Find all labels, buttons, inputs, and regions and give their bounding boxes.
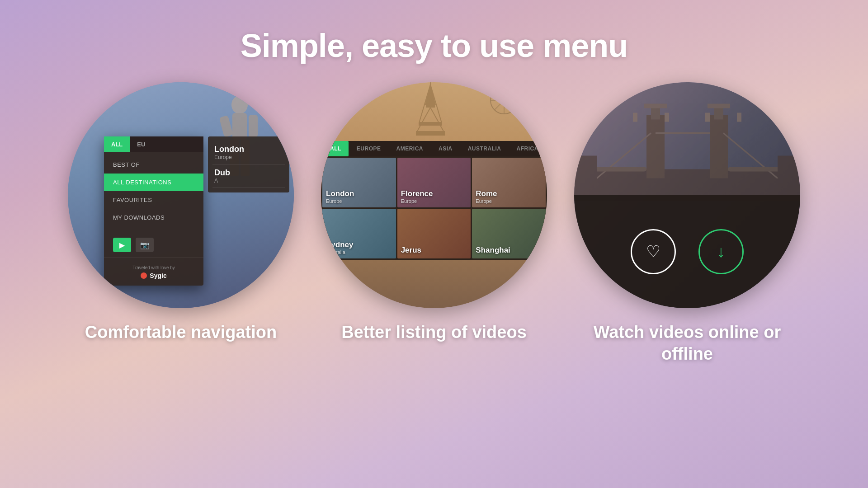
download-button[interactable]: ↓ [698,229,744,274]
navigation-section: ALL EU BEST OF ALL DESTINATIONS FAVOURIT… [68,82,294,343]
video-tab-australia[interactable]: AUSTRALIA [461,141,509,156]
camera-icon: 📷 [140,241,149,249]
video-tab-africa[interactable]: AFRICA [509,141,546,156]
watch-section: ♡ ↓ Watch videos online or offline [574,82,800,365]
listing-circle: ALL EUROPE AMERICA ASIA AUSTRALIA AFRICA… [321,82,547,308]
video-tab-asia[interactable]: ASIA [431,141,460,156]
video-card-london[interactable]: London Europe [322,158,396,207]
photo-filter-button[interactable]: 📷 [136,238,154,252]
svg-rect-11 [416,131,445,136]
svg-rect-35 [705,113,710,122]
menu-footer: Traveled with love by Sygic [104,258,203,286]
video-card-shanghai[interactable]: Shanghai [472,209,546,258]
video-card-florence[interactable]: Florence Europe [397,158,471,207]
destination-city-2: Dub [214,168,283,178]
video-filter-button[interactable]: ▶ [113,238,131,252]
video-grid: London Europe Florence Europe [321,156,547,260]
destination-region-1: Europe [214,154,283,160]
video-city-jerusalem: Jerus [401,246,421,255]
navigation-caption: Comfortable navigation [85,322,277,343]
menu-items-list: BEST OF ALL DESTINATIONS FAVOURITES MY D… [104,152,203,230]
video-icon: ▶ [119,241,125,249]
destination-dubai: Dub A [212,164,285,188]
menu-item-alldest[interactable]: ALL DESTINATIONS [104,174,203,191]
footer-tagline: Traveled with love by [113,265,194,270]
eiffel-tower-icon [412,82,448,141]
video-label-florence: Florence Europe [401,189,433,204]
sygic-brand-name: Sygic [150,272,166,279]
destination-region-2: A [214,178,283,184]
favourite-button[interactable]: ♡ [631,229,676,274]
video-region-rome: Europe [476,198,497,204]
action-panel: ♡ ↓ [574,195,800,308]
video-card-jerusalem[interactable]: Jerus [397,209,471,258]
video-tab-america[interactable]: AMERICA [389,141,431,156]
video-label-london: London Europe [326,189,354,204]
video-tab-europe[interactable]: EUROPE [349,141,388,156]
navigation-circle: ALL EU BEST OF ALL DESTINATIONS FAVOURIT… [68,82,294,308]
watch-caption: Watch videos online or offline [588,322,787,365]
video-card-sydney[interactable]: Sydney Australia [322,209,396,258]
svg-rect-21 [710,115,728,178]
video-city-shanghai: Shanghai [476,246,510,255]
video-label-sydney: Sydney Australia [326,240,353,255]
tower-bridge-icon [574,82,800,206]
svg-rect-31 [574,156,597,178]
svg-marker-10 [417,108,444,132]
sygic-logo: Sygic [113,272,194,279]
heart-icon: ♡ [646,242,660,261]
menu-item-bestof[interactable]: BEST OF [104,156,203,174]
video-city-sydney: Sydney [326,240,353,249]
svg-rect-24 [644,104,667,108]
video-region-london: Europe [326,198,354,204]
video-label-shanghai: Shanghai [476,246,510,255]
menu-tabs: ALL EU [104,136,203,152]
menu-tab-all[interactable]: ALL [104,136,130,152]
watch-circle: ♡ ↓ [574,82,800,308]
svg-marker-6 [425,84,436,105]
video-city-rome: Rome [476,189,497,198]
page-content: Simple, easy to use menu ALL [0,0,868,488]
circles-row: ALL EU BEST OF ALL DESTINATIONS FAVOURIT… [0,82,868,365]
svg-rect-32 [778,156,800,178]
video-region-florence: Europe [401,198,433,204]
destination-city-1: London [214,145,283,154]
video-tabs-bar: ALL EUROPE AMERICA ASIA AUSTRALIA AFRICA [321,141,547,156]
video-label-rome: Rome Europe [476,189,497,204]
video-card-rome[interactable]: Rome Europe [472,158,546,207]
destination-london: London Europe [212,141,285,164]
svg-rect-20 [646,115,665,178]
svg-rect-36 [737,113,741,122]
listing-caption: Better listing of videos [341,322,527,343]
download-icon: ↓ [717,242,725,261]
menu-tab-eu[interactable]: EU [130,136,152,152]
video-label-jerusalem: Jerus [401,246,421,255]
listing-section: ALL EUROPE AMERICA ASIA AUSTRALIA AFRICA… [321,82,547,343]
svg-point-0 [231,96,248,114]
video-city-london: London [326,189,354,198]
svg-rect-25 [708,104,730,108]
sygic-logo-dot [141,272,147,279]
video-region-sydney: Australia [326,249,353,255]
menu-media-icons: ▶ 📷 [104,232,203,258]
video-tab-all[interactable]: ALL [323,141,349,156]
destination-panel: London Europe Dub A [208,136,289,192]
video-city-florence: Florence [401,189,433,198]
svg-rect-34 [665,113,669,122]
page-title: Simple, easy to use menu [241,27,627,64]
menu-item-favourites[interactable]: FAVOURITES [104,191,203,209]
menu-item-downloads[interactable]: MY DOWNLOADS [104,209,203,226]
menu-panel: ALL EU BEST OF ALL DESTINATIONS FAVOURIT… [104,136,203,286]
svg-rect-33 [633,113,637,122]
svg-rect-3 [249,115,258,137]
svg-rect-1 [232,113,247,140]
video-grid-panel: ALL EUROPE AMERICA ASIA AUSTRALIA AFRICA… [321,141,547,260]
ferris-wheel-icon [488,84,520,116]
svg-rect-2 [219,115,233,137]
